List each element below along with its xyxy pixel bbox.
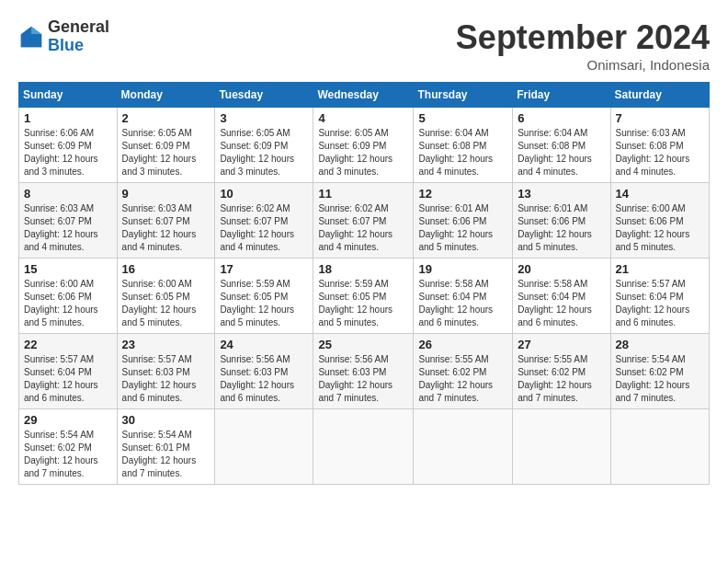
day-header-sunday: Sunday <box>19 83 118 108</box>
day-info: Sunrise: 6:00 AMSunset: 6:06 PMDaylight:… <box>24 279 98 327</box>
day-number: 2 <box>122 111 210 125</box>
day-number: 23 <box>122 338 210 351</box>
calendar-cell <box>313 409 414 485</box>
day-number: 8 <box>24 187 112 201</box>
page-header: General Blue September 2024 Onimsari, In… <box>18 18 710 73</box>
calendar-week-row: 15 Sunrise: 6:00 AMSunset: 6:06 PMDaylig… <box>19 259 710 334</box>
day-info: Sunrise: 5:56 AMSunset: 6:03 PMDaylight:… <box>220 354 294 403</box>
day-info: Sunrise: 5:55 AMSunset: 6:02 PMDaylight:… <box>418 354 493 403</box>
logo-text: General Blue <box>48 18 109 55</box>
calendar-cell: 3 Sunrise: 6:05 AMSunset: 6:09 PMDayligh… <box>215 108 313 183</box>
day-info: Sunrise: 5:54 AMSunset: 6:01 PMDaylight:… <box>122 430 197 478</box>
day-header-monday: Monday <box>117 83 215 108</box>
day-number: 24 <box>220 338 308 351</box>
day-info: Sunrise: 6:03 AMSunset: 6:07 PMDaylight:… <box>122 203 197 252</box>
day-number: 7 <box>616 111 704 125</box>
day-number: 19 <box>418 262 507 276</box>
title-section: September 2024 Onimsari, Indonesia <box>456 18 710 73</box>
day-header-tuesday: Tuesday <box>215 83 313 108</box>
day-number: 30 <box>122 413 210 427</box>
calendar-cell: 18 Sunrise: 5:59 AMSunset: 6:05 PMDaylig… <box>313 259 414 334</box>
day-number: 12 <box>418 187 507 201</box>
day-number: 15 <box>24 262 112 276</box>
day-info: Sunrise: 5:59 AMSunset: 6:05 PMDaylight:… <box>318 279 392 327</box>
logo-icon <box>18 24 44 50</box>
calendar-cell: 17 Sunrise: 5:59 AMSunset: 6:05 PMDaylig… <box>215 259 313 334</box>
day-header-wednesday: Wednesday <box>313 83 414 108</box>
calendar-cell: 25 Sunrise: 5:56 AMSunset: 6:03 PMDaylig… <box>313 334 414 409</box>
day-info: Sunrise: 5:58 AMSunset: 6:04 PMDaylight:… <box>518 279 592 327</box>
calendar-cell: 9 Sunrise: 6:03 AMSunset: 6:07 PMDayligh… <box>117 183 215 259</box>
day-number: 25 <box>318 338 408 351</box>
day-number: 17 <box>220 262 308 276</box>
calendar-cell: 27 Sunrise: 5:55 AMSunset: 6:02 PMDaylig… <box>513 334 610 409</box>
day-info: Sunrise: 5:55 AMSunset: 6:02 PMDaylight:… <box>518 354 592 403</box>
calendar-cell <box>513 409 610 485</box>
day-number: 6 <box>518 111 605 125</box>
day-number: 1 <box>24 111 112 125</box>
calendar-cell: 2 Sunrise: 6:05 AMSunset: 6:09 PMDayligh… <box>117 108 215 183</box>
day-number: 10 <box>220 187 308 201</box>
calendar-cell: 23 Sunrise: 5:57 AMSunset: 6:03 PMDaylig… <box>117 334 215 409</box>
calendar-cell: 16 Sunrise: 6:00 AMSunset: 6:05 PMDaylig… <box>117 259 215 334</box>
calendar-cell: 21 Sunrise: 5:57 AMSunset: 6:04 PMDaylig… <box>610 259 709 334</box>
logo-general-text: General <box>48 18 109 37</box>
day-number: 29 <box>24 413 112 427</box>
day-info: Sunrise: 5:54 AMSunset: 6:02 PMDaylight:… <box>616 354 690 403</box>
logo-blue-text: Blue <box>48 37 109 55</box>
day-header-friday: Friday <box>513 83 610 108</box>
month-title: September 2024 <box>456 18 710 57</box>
calendar-cell: 22 Sunrise: 5:57 AMSunset: 6:04 PMDaylig… <box>19 334 118 409</box>
day-info: Sunrise: 6:01 AMSunset: 6:06 PMDaylight:… <box>518 203 592 252</box>
day-info: Sunrise: 5:58 AMSunset: 6:04 PMDaylight:… <box>418 279 493 327</box>
day-info: Sunrise: 5:57 AMSunset: 6:03 PMDaylight:… <box>122 354 197 403</box>
calendar-cell: 6 Sunrise: 6:04 AMSunset: 6:08 PMDayligh… <box>513 108 610 183</box>
day-header-saturday: Saturday <box>610 83 709 108</box>
day-info: Sunrise: 5:54 AMSunset: 6:02 PMDaylight:… <box>24 430 98 478</box>
calendar-week-row: 1 Sunrise: 6:06 AMSunset: 6:09 PMDayligh… <box>19 108 710 183</box>
calendar-cell: 30 Sunrise: 5:54 AMSunset: 6:01 PMDaylig… <box>117 409 215 485</box>
day-info: Sunrise: 6:05 AMSunset: 6:09 PMDaylight:… <box>220 128 294 177</box>
calendar-cell: 8 Sunrise: 6:03 AMSunset: 6:07 PMDayligh… <box>19 183 118 259</box>
svg-rect-2 <box>21 34 41 47</box>
day-info: Sunrise: 6:05 AMSunset: 6:09 PMDaylight:… <box>122 128 197 177</box>
svg-marker-1 <box>31 27 41 34</box>
day-info: Sunrise: 6:02 AMSunset: 6:07 PMDaylight:… <box>220 203 294 252</box>
day-info: Sunrise: 6:04 AMSunset: 6:08 PMDaylight:… <box>518 128 592 177</box>
calendar-week-row: 29 Sunrise: 5:54 AMSunset: 6:02 PMDaylig… <box>19 409 710 485</box>
day-info: Sunrise: 6:00 AMSunset: 6:05 PMDaylight:… <box>122 279 197 327</box>
day-info: Sunrise: 6:00 AMSunset: 6:06 PMDaylight:… <box>616 203 690 252</box>
day-info: Sunrise: 6:01 AMSunset: 6:06 PMDaylight:… <box>418 203 493 252</box>
day-info: Sunrise: 6:05 AMSunset: 6:09 PMDaylight:… <box>318 128 392 177</box>
calendar-cell: 20 Sunrise: 5:58 AMSunset: 6:04 PMDaylig… <box>513 259 610 334</box>
day-number: 22 <box>24 338 112 351</box>
calendar-cell: 15 Sunrise: 6:00 AMSunset: 6:06 PMDaylig… <box>19 259 118 334</box>
day-info: Sunrise: 6:03 AMSunset: 6:07 PMDaylight:… <box>24 203 98 252</box>
calendar-week-row: 8 Sunrise: 6:03 AMSunset: 6:07 PMDayligh… <box>19 183 710 259</box>
calendar-cell: 10 Sunrise: 6:02 AMSunset: 6:07 PMDaylig… <box>215 183 313 259</box>
day-number: 4 <box>318 111 408 125</box>
location-subtitle: Onimsari, Indonesia <box>456 57 710 73</box>
day-info: Sunrise: 5:59 AMSunset: 6:05 PMDaylight:… <box>220 279 294 327</box>
day-info: Sunrise: 5:56 AMSunset: 6:03 PMDaylight:… <box>318 354 392 403</box>
calendar-week-row: 22 Sunrise: 5:57 AMSunset: 6:04 PMDaylig… <box>19 334 710 409</box>
calendar-cell: 28 Sunrise: 5:54 AMSunset: 6:02 PMDaylig… <box>610 334 709 409</box>
day-number: 16 <box>122 262 210 276</box>
day-info: Sunrise: 5:57 AMSunset: 6:04 PMDaylight:… <box>616 279 690 327</box>
logo: General Blue <box>18 18 109 55</box>
calendar-cell: 12 Sunrise: 6:01 AMSunset: 6:06 PMDaylig… <box>414 183 513 259</box>
calendar-cell <box>610 409 709 485</box>
calendar-cell: 13 Sunrise: 6:01 AMSunset: 6:06 PMDaylig… <box>513 183 610 259</box>
day-info: Sunrise: 6:03 AMSunset: 6:08 PMDaylight:… <box>616 128 690 177</box>
calendar-table: SundayMondayTuesdayWednesdayThursdayFrid… <box>18 82 710 485</box>
day-number: 21 <box>616 262 704 276</box>
day-number: 3 <box>220 111 308 125</box>
day-number: 9 <box>122 187 210 201</box>
day-number: 5 <box>418 111 507 125</box>
day-number: 27 <box>518 338 605 351</box>
calendar-cell <box>215 409 313 485</box>
day-info: Sunrise: 6:06 AMSunset: 6:09 PMDaylight:… <box>24 128 98 177</box>
calendar-cell: 24 Sunrise: 5:56 AMSunset: 6:03 PMDaylig… <box>215 334 313 409</box>
day-number: 11 <box>318 187 408 201</box>
calendar-cell: 1 Sunrise: 6:06 AMSunset: 6:09 PMDayligh… <box>19 108 118 183</box>
